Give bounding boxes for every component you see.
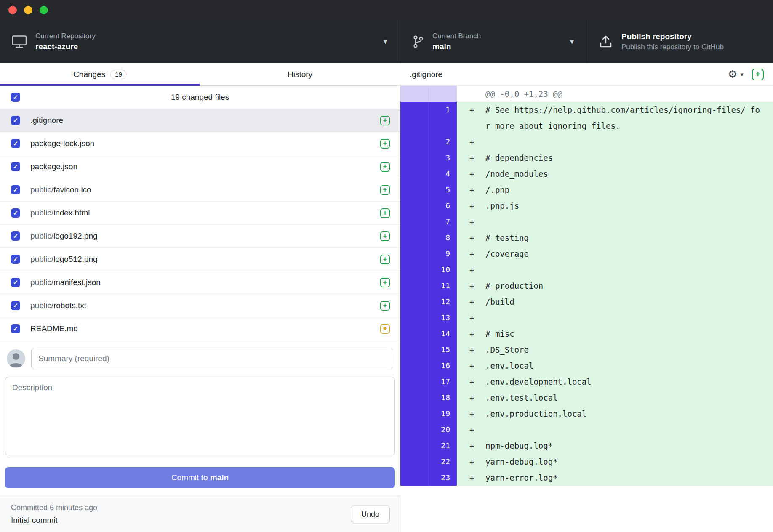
file-path: package.json [30,162,380,171]
repository-name: react-azure [35,42,96,51]
diff-gutter-old [400,310,429,326]
current-branch-selector[interactable]: Current Branch main ▾ [400,20,587,63]
diff-line-number: 2 [429,134,457,150]
diff-line-content: +yarn-error.log* [457,470,773,486]
diff-line-content: +/build [457,294,773,310]
diff-line-text: .DS_Store [485,345,529,354]
file-row[interactable]: ✓ public/favicon.ico + [0,178,400,202]
added-line-sign: + [469,470,485,486]
file-checkbox[interactable]: ✓ [11,231,20,241]
diff-line-text: # misc [485,329,514,338]
app-window: Current Repository react-azure ▾ Current… [0,0,773,532]
diff-gutter-old [400,166,429,182]
added-line-sign: + [469,134,485,150]
diff-line-content: +# testing [457,230,773,246]
diff-line: 18 +.env.test.local [400,390,773,406]
select-all-checkbox[interactable]: ✓ [11,93,20,102]
changes-panel: Changes 19 History ✓ 19 changed files ✓ … [0,63,400,532]
commit-description-input[interactable] [5,377,395,455]
diff-line-content: +/.pnp [457,182,773,198]
diff-line-content: +# See https://help.github.com/articles/… [457,102,773,134]
file-checkbox[interactable]: ✓ [11,139,20,148]
diff-line: 23 +yarn-error.log* [400,470,773,486]
file-name: favicon.ico [53,185,91,194]
diff-gutter-new [429,86,457,102]
file-row[interactable]: ✓ package.json + [0,155,400,178]
file-row[interactable]: ✓ public/index.html + [0,202,400,225]
file-row[interactable]: ✓ public/logo512.png + [0,248,400,271]
added-line-sign: + [469,438,485,454]
file-directory: public/ [30,255,53,263]
file-status-icon: • [380,324,390,334]
added-line-sign: + [469,454,485,470]
diff-line-number: 21 [429,438,457,454]
file-path: public/logo192.png [30,231,380,241]
diff-line: 17 +.env.development.local [400,374,773,390]
file-row[interactable]: ✓ .gitignore + [0,109,400,132]
added-line-sign: + [469,358,485,374]
file-name: package.json [30,162,77,171]
file-checkbox[interactable]: ✓ [11,162,20,171]
diff-options-button[interactable]: ⚙ ▾ [728,69,744,80]
publish-title: Publish repository [621,32,724,41]
diff-line-content: +.env.local [457,358,773,374]
commit-summary-input[interactable] [31,348,393,369]
plus-icon: + [755,69,760,79]
file-row[interactable]: ✓ public/robots.txt + [0,294,400,317]
file-checkbox[interactable]: ✓ [11,255,20,264]
zoom-window-button[interactable] [40,6,48,14]
diff-line-number: 5 [429,182,457,198]
file-path: public/index.html [30,208,380,218]
commit-button[interactable]: Commit to main [5,467,395,488]
added-line-sign: + [469,182,485,198]
expand-diff-button[interactable]: + [752,69,764,80]
tab-history[interactable]: History [200,63,400,85]
diff-line: 8 +# testing [400,230,773,246]
file-status-glyph: + [383,209,387,217]
file-status-glyph: + [383,186,387,194]
file-row[interactable]: ✓ package-lock.json + [0,132,400,155]
diff-line-content: + [457,214,773,230]
commit-button-prefix: Commit to [171,473,208,482]
file-status-glyph: + [383,162,387,171]
diff-line-number: 7 [429,214,457,230]
diff-gutter-old [400,390,429,406]
file-status-icon: + [380,185,390,195]
publish-repository-button[interactable]: Publish repository Publish this reposito… [587,20,773,63]
diff-line-content: +.DS_Store [457,342,773,358]
git-branch-icon [412,35,424,48]
diff-header-actions: ⚙ ▾ + [728,69,764,80]
commit-summary-row [5,348,395,369]
diff-header: .gitignore ⚙ ▾ + [400,63,773,86]
diff-gutter-old [400,134,429,150]
minimize-window-button[interactable] [24,6,32,14]
file-name: index.html [53,208,90,217]
diff-line: 19 +.env.production.local [400,406,773,422]
current-repository-selector[interactable]: Current Repository react-azure ▾ [0,20,400,63]
diff-line: 12 +/build [400,294,773,310]
diff-line-text: yarn-error.log* [485,473,558,482]
file-path: package-lock.json [30,139,380,148]
file-row[interactable]: ✓ public/manifest.json + [0,271,400,294]
diff-line-text: .env.local [485,361,533,370]
diff-line: 6 +.pnp.js [400,198,773,214]
file-checkbox[interactable]: ✓ [11,208,20,218]
file-checkbox[interactable]: ✓ [11,116,20,125]
file-row[interactable]: ✓ README.md • [0,317,400,340]
file-checkbox[interactable]: ✓ [11,278,20,287]
diff-line-number: 14 [429,326,457,342]
main-content: Changes 19 History ✓ 19 changed files ✓ … [0,63,773,532]
close-window-button[interactable] [8,6,17,14]
file-checkbox[interactable]: ✓ [11,324,20,333]
file-checkbox[interactable]: ✓ [11,301,20,310]
tab-changes[interactable]: Changes 19 [0,63,200,85]
file-checkbox[interactable]: ✓ [11,185,20,194]
file-path: public/favicon.ico [30,185,380,194]
file-row[interactable]: ✓ public/logo192.png + [0,225,400,248]
file-directory: public/ [30,208,53,217]
diff-line-text: # testing [485,233,529,242]
diff-line-number: 20 [429,422,457,438]
added-line-sign: + [469,246,485,262]
diff-line-number: 3 [429,150,457,166]
undo-button[interactable]: Undo [351,505,390,523]
